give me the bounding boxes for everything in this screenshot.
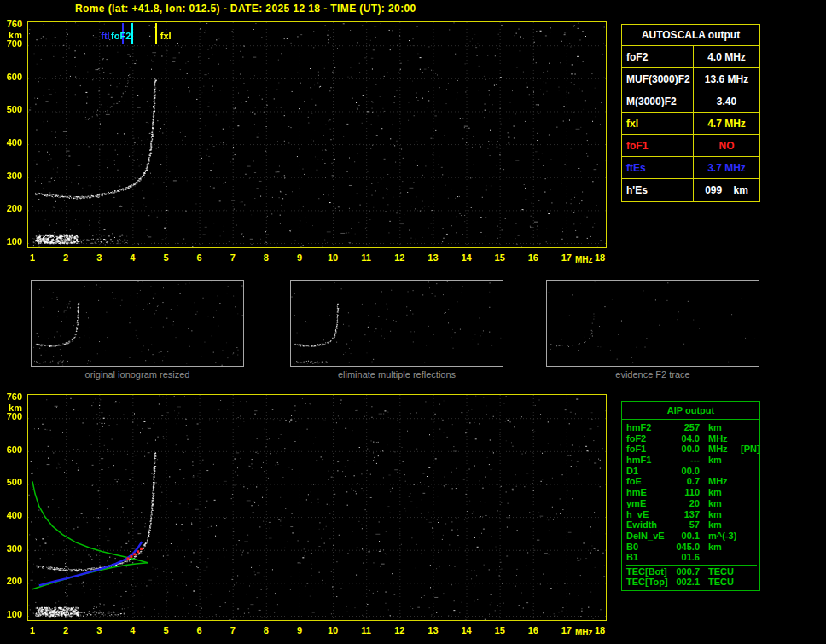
thumbnail-original-ionogram [31, 280, 244, 367]
aip-param-value: 00.0 [674, 444, 703, 455]
autoscala-table-body: foF24.0 MHzMUF(3000)F213.6 MHzM(3000)F23… [622, 46, 759, 201]
x-axis-tick: 5 [158, 625, 173, 635]
x-axis-tick: 4 [125, 625, 140, 635]
autoscala-param-value: 099 km [694, 179, 759, 201]
aip-row-hme: hmE110km [626, 487, 757, 498]
autoscala-param-value: 4.7 MHz [694, 113, 759, 135]
aip-param-label: foE [626, 476, 674, 487]
aip-param-unit: MHz [703, 433, 741, 444]
aip-param-value: 04.0 [674, 433, 703, 444]
thumbnail-cleaned-canvas [291, 281, 503, 366]
aip-param-label: foF2 [626, 433, 674, 444]
x-axis-tick: 13 [425, 625, 440, 635]
x-axis-tick: 8 [259, 625, 274, 635]
autoscala-param-label: ftEs [622, 157, 694, 179]
aip-param-extra [741, 531, 757, 542]
station-title: Rome (lat: +41.8, lon: 012.5) - DATE: 20… [75, 3, 416, 15]
autoscala-row-muf-3000-f2: MUF(3000)F213.6 MHz [622, 68, 759, 90]
aip-row-yme: ymE20km [626, 498, 757, 509]
x-axis-tick: 5 [158, 252, 173, 263]
top-ionogram-plot [27, 21, 607, 248]
aip-param-label: hmF2 [626, 422, 674, 433]
x-axis-tick: 15 [492, 252, 508, 263]
aip-param-unit: TECU [703, 566, 741, 577]
aip-output-table: AIP output hmF2257kmfoF204.0MHzfoF100.0M… [621, 401, 760, 591]
y-axis-tick: 400 [0, 511, 24, 520]
aip-param-extra [741, 487, 757, 498]
bottom-ionogram-panel: 760700600500400300200100km12345678910111… [0, 394, 618, 644]
thumbnail-original-canvas [32, 281, 243, 366]
x-axis-tick: 2 [58, 252, 73, 263]
aip-param-unit: km [703, 498, 741, 509]
y-axis-tick: 300 [0, 544, 24, 554]
autoscala-table-header: AUTOSCALA output [622, 25, 759, 46]
aip-param-extra [741, 566, 757, 577]
thumbnail-caption-cleaned: eliminate multiple reflections [290, 369, 503, 380]
aip-param-unit: km [703, 422, 741, 433]
x-axis-tick: 10 [325, 252, 340, 263]
aip-param-extra [741, 476, 757, 487]
x-axis-tick: 18 [592, 252, 608, 263]
thumbnail-f2-trace [546, 280, 759, 367]
y-axis-tick: 200 [0, 204, 24, 213]
x-axis-tick: 18 [592, 625, 608, 635]
aip-param-label: hmF1 [626, 455, 674, 466]
bottom-ionogram-canvas [28, 395, 606, 620]
y-axis-tick: 700 [0, 412, 24, 421]
aip-param-label: TEC[Bot] [626, 566, 674, 577]
marker-label-fof2: foF2 [111, 31, 131, 41]
aip-param-label: B0 [626, 542, 674, 553]
aip-param-unit: TECU [703, 577, 741, 588]
autoscala-param-value: 4.0 MHz [694, 46, 759, 68]
aip-row-tec-top: TEC[Top]002.1TECU [626, 577, 757, 588]
autoscala-param-label: foF2 [622, 46, 694, 68]
aip-param-extra [741, 466, 757, 477]
autoscala-row-ftes: ftEs3.7 MHz [622, 157, 759, 179]
aip-param-unit [703, 552, 741, 563]
aip-param-label: hmE [626, 487, 674, 498]
aip-param-label: TEC[Top] [626, 577, 674, 588]
aip-param-value: 00.1 [674, 531, 703, 542]
bottom-ionogram-plot [27, 394, 607, 621]
aip-param-value: 01.6 [674, 552, 703, 563]
y-axis-tick: 500 [0, 105, 24, 114]
aip-param-unit: km [703, 455, 741, 466]
autoscala-param-value: NO [694, 135, 759, 157]
aip-param-value: 257 [674, 422, 703, 433]
marker-line-fof2 [131, 23, 133, 44]
y-axis-tick: 100 [0, 610, 24, 619]
y-axis-tick: 600 [0, 445, 24, 455]
aip-param-label: ymE [626, 498, 674, 509]
aip-param-label: h_vE [626, 509, 674, 520]
x-axis-tick: 3 [91, 625, 107, 635]
x-axis-tick: 9 [292, 252, 307, 263]
y-axis-tick: 500 [0, 478, 24, 487]
y-axis-tick: 760 [0, 20, 24, 29]
y-axis-tick: 400 [0, 138, 24, 148]
aip-param-value: 57 [674, 519, 703, 531]
aip-row-d1: D100.0 [626, 466, 757, 477]
aip-row-ewidth: Ewidth57km [626, 519, 757, 531]
aip-param-label: D1 [626, 466, 674, 477]
x-axis-tick: 14 [459, 252, 474, 263]
x-axis-tick: 15 [492, 625, 508, 635]
x-axis-tick: 6 [192, 625, 207, 635]
aip-row-b1: B101.6 [626, 552, 757, 563]
aip-param-unit: km [703, 487, 741, 498]
aip-param-extra [741, 519, 757, 531]
aip-table-header: AIP output [622, 402, 759, 420]
x-axis-tick: 17 [559, 252, 574, 263]
y-axis-tick: 600 [0, 73, 24, 82]
aip-row-b0: B0045.0km [626, 542, 757, 553]
x-axis-tick: 1 [25, 625, 40, 635]
x-axis-tick: 3 [91, 252, 107, 263]
x-axis-tick: 13 [425, 252, 440, 263]
aip-param-unit: km [703, 519, 741, 531]
x-axis-tick: 11 [358, 625, 374, 635]
x-axis-tick: 12 [392, 252, 407, 263]
aip-row-fof2: foF204.0MHz [626, 433, 757, 444]
aip-param-unit: MHz [703, 476, 741, 487]
x-axis-tick: 4 [125, 252, 140, 263]
autoscala-param-value: 3.7 MHz [694, 157, 759, 179]
aip-param-extra [741, 455, 757, 466]
